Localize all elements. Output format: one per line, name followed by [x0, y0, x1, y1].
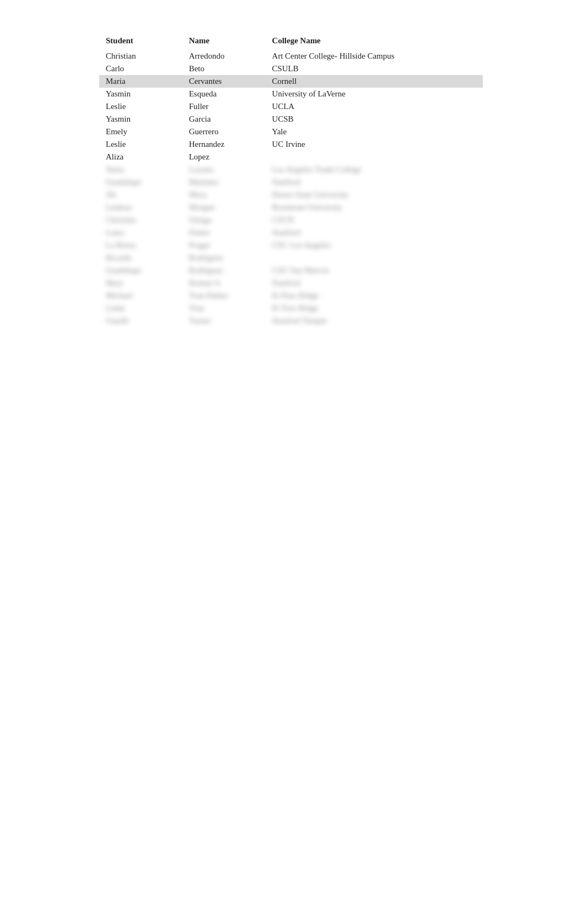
- cell-name-blurred: Mora: [182, 189, 266, 201]
- table-row: CarloBetoCSULB: [99, 62, 483, 75]
- cell-name: Cervantes: [182, 75, 266, 88]
- cell-name: Fuller: [182, 100, 266, 113]
- table-row: LeslieHernandezUC Irvine: [99, 138, 483, 151]
- cell-name-blurred: Ortega: [182, 214, 266, 226]
- cell-college-blurred: Rosemont University: [265, 201, 483, 214]
- cell-name: Arredondo: [182, 50, 266, 62]
- cell-student: Leslie: [99, 138, 182, 151]
- cell-college: University of LaVerne: [265, 88, 483, 100]
- table-row: LeslieFullerUCLA: [99, 100, 483, 113]
- table-row: YasminGarciaUCSB: [99, 113, 483, 126]
- cell-student: Yasmin: [99, 88, 182, 100]
- cell-student: Maria: [99, 75, 182, 88]
- cell-college-blurred: El Paso Ridge: [265, 289, 483, 302]
- cell-name-blurred: Tran-Dallas: [182, 289, 266, 302]
- cell-college-blurred: Stanford: [265, 277, 483, 289]
- cell-name: Garcia: [182, 113, 266, 126]
- cell-name: Guerrero: [182, 126, 266, 138]
- cell-student: Christian: [99, 50, 182, 62]
- cell-college: UCLA: [265, 100, 483, 113]
- cell-name-blurred: Turner: [182, 315, 266, 327]
- cell-name: Lopez: [182, 151, 266, 163]
- cell-student-blurred: Giselle: [99, 315, 182, 327]
- cell-name: Beto: [182, 62, 266, 75]
- table-row-blurred: MichaelTran-DallasEl Paso Ridge: [99, 289, 483, 302]
- cell-college-blurred: Stanford Temple: [265, 315, 483, 327]
- table-row-blurred: LuisaPatinoStanford: [99, 226, 483, 239]
- table-row-blurred: TaniaLozanoLos Angeles Trade College: [99, 163, 483, 176]
- cell-name-blurred: Tran: [182, 302, 266, 315]
- cell-college: [265, 151, 483, 163]
- cell-college-blurred: Stanford: [265, 176, 483, 189]
- cell-student-blurred: Tania: [99, 163, 182, 176]
- cell-college: UCSB: [265, 113, 483, 126]
- table-row-blurred: GuadalupeRodriguezCSU San Marcos: [99, 264, 483, 277]
- cell-name-blurred: Morgan: [182, 201, 266, 214]
- cell-student-blurred: Mary: [99, 277, 182, 289]
- header-name: Name: [182, 33, 266, 50]
- cell-name-blurred: Patino: [182, 226, 266, 239]
- table-row-blurred: GiselleTurnerStanford Temple: [99, 315, 483, 327]
- cell-student-blurred: Michael: [99, 289, 182, 302]
- cell-name-blurred: Rodriguez: [182, 252, 266, 264]
- cell-college: CSULB: [265, 62, 483, 75]
- cell-name: Hernandez: [182, 138, 266, 151]
- cell-student: Emely: [99, 126, 182, 138]
- table-row-blurred: GuadalupeMartinezStanford: [99, 176, 483, 189]
- cell-student: Leslie: [99, 100, 182, 113]
- cell-student-blurred: Lindsay: [99, 201, 182, 214]
- table-row-blurred: ChristinaOrtegaCSUN: [99, 214, 483, 226]
- cell-college-blurred: USC Los Angeles: [265, 239, 483, 252]
- table-row: AlizaLopez: [99, 151, 483, 163]
- cell-student-blurred: Ricardo: [99, 252, 182, 264]
- table-row-blurred: RicardoRodriguez: [99, 252, 483, 264]
- table-row-blurred: LindaTranEl Toro Ridge: [99, 302, 483, 315]
- cell-college: Yale: [265, 126, 483, 138]
- cell-student-blurred: Linda: [99, 302, 182, 315]
- cell-student: Carlo: [99, 62, 182, 75]
- cell-student-blurred: Christina: [99, 214, 182, 226]
- cell-name-blurred: Lozano: [182, 163, 266, 176]
- cell-name-blurred: Martinez: [182, 176, 266, 189]
- header-college: College Name: [265, 33, 483, 50]
- table-row-blurred: LindsayMorganRosemont University: [99, 201, 483, 214]
- cell-college-blurred: El Toro Ridge: [265, 302, 483, 315]
- students-table: Student Name College Name ChristianArred…: [99, 33, 483, 327]
- table-row: MariaCervantesCornell: [99, 75, 483, 88]
- cell-college-blurred: CSUN: [265, 214, 483, 226]
- cell-college-blurred: Los Angeles Trade College: [265, 163, 483, 176]
- cell-student: Yasmin: [99, 113, 182, 126]
- cell-student-blurred: Jill: [99, 189, 182, 201]
- table-row: YasminEsquedaUniversity of LaVerne: [99, 88, 483, 100]
- cell-college-blurred: CSU San Marcos: [265, 264, 483, 277]
- cell-college-blurred: Stanford: [265, 226, 483, 239]
- cell-name-blurred: Prager: [182, 239, 266, 252]
- cell-student-blurred: Guadalupe: [99, 264, 182, 277]
- cell-college-blurred: Desert State University: [265, 189, 483, 201]
- cell-college: UC Irvine: [265, 138, 483, 151]
- cell-student-blurred: Luisa: [99, 226, 182, 239]
- table-row-blurred: JillMoraDesert State University: [99, 189, 483, 201]
- cell-college: Cornell: [265, 75, 483, 88]
- cell-student: Aliza: [99, 151, 182, 163]
- table-row-blurred: La ReinaPragerUSC Los Angeles: [99, 239, 483, 252]
- cell-college: Art Center College- Hillside Campus: [265, 50, 483, 62]
- table-row: ChristianArredondoArt Center College- Hi…: [99, 50, 483, 62]
- cell-name: Esqueda: [182, 88, 266, 100]
- cell-name-blurred: Rodriguez: [182, 264, 266, 277]
- table-row-blurred: MaryRoman JrStanford: [99, 277, 483, 289]
- table-row: EmelyGuerreroYale: [99, 126, 483, 138]
- cell-college-blurred: [265, 252, 483, 264]
- table-container: Student Name College Name ChristianArred…: [99, 33, 483, 327]
- cell-student-blurred: La Reina: [99, 239, 182, 252]
- cell-student-blurred: Guadalupe: [99, 176, 182, 189]
- cell-name-blurred: Roman Jr: [182, 277, 266, 289]
- header-student: Student: [99, 33, 182, 50]
